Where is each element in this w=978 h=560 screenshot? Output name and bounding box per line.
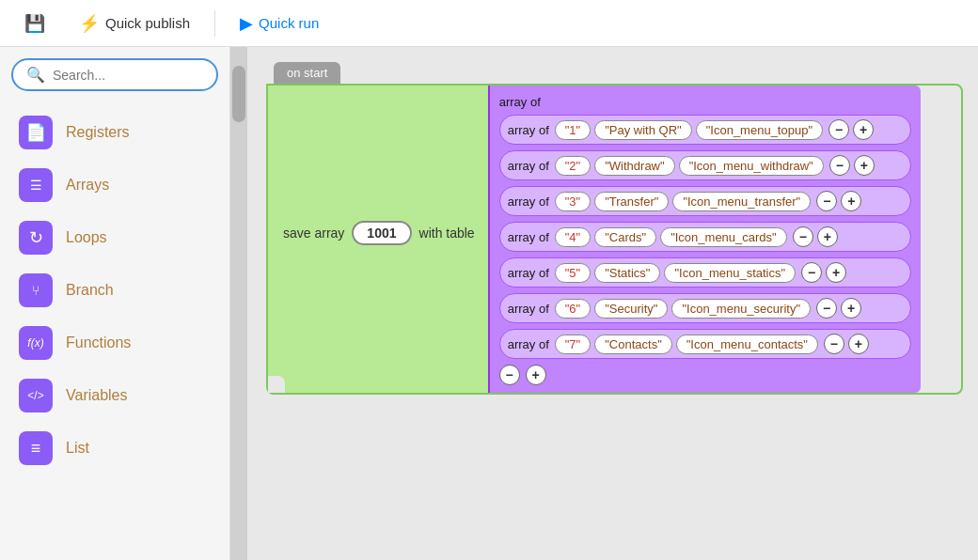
functions-icon: f(x) bbox=[19, 326, 53, 360]
array-row: array of "3" "Transfer" "Icon_menu_trans… bbox=[499, 186, 911, 216]
row-str1-pill[interactable]: "Cards" bbox=[594, 227, 656, 247]
loops-icon: ↻ bbox=[19, 221, 53, 255]
outer-add-button[interactable]: + bbox=[526, 365, 546, 385]
row-num-pill[interactable]: "5" bbox=[555, 263, 591, 283]
row-add-button[interactable]: + bbox=[841, 191, 861, 211]
main-layout: 🔍 📄 Registers ☰ Arrays ↻ Loops ⑂ Branch … bbox=[0, 47, 978, 560]
canvas-content: on start save array 1001 with table arra… bbox=[266, 62, 963, 395]
toolbar-separator bbox=[214, 10, 215, 37]
on-start-tab: on start bbox=[274, 62, 963, 84]
row-num-pill[interactable]: "1" bbox=[555, 120, 591, 140]
sidebar-item-functions[interactable]: f(x) Functions bbox=[0, 317, 229, 369]
quick-run-label: Quick run bbox=[259, 15, 319, 31]
row-label: array of bbox=[508, 123, 549, 137]
array-rows-container: array of "1" "Pay with QR" "Icon_menu_to… bbox=[499, 115, 911, 359]
array-row: array of "1" "Pay with QR" "Icon_menu_to… bbox=[499, 115, 911, 145]
search-box[interactable]: 🔍 bbox=[11, 58, 218, 91]
sidebar-item-list[interactable]: ≡ List bbox=[0, 422, 229, 474]
row-label: array of bbox=[508, 302, 549, 316]
row-str2-pill[interactable]: "Icon_menu_withdraw" bbox=[679, 156, 824, 176]
notch bbox=[268, 376, 285, 393]
row-num-pill[interactable]: "2" bbox=[555, 156, 591, 176]
save-button[interactable]: 💾 bbox=[11, 8, 58, 39]
run-icon: ▶ bbox=[240, 13, 253, 34]
row-add-button[interactable]: + bbox=[817, 226, 838, 247]
row-label: array of bbox=[508, 194, 549, 209]
row-remove-button[interactable]: − bbox=[816, 298, 837, 319]
array-row: array of "6" "Security" "Icon_menu_secur… bbox=[499, 293, 911, 323]
search-input[interactable] bbox=[53, 68, 203, 83]
combined-block: save array 1001 with table array of arra… bbox=[266, 84, 963, 395]
row-str1-pill[interactable]: "Withdraw" bbox=[594, 156, 674, 176]
registers-icon: 📄 bbox=[19, 116, 53, 149]
row-label: array of bbox=[508, 266, 549, 280]
save-icon: 💾 bbox=[24, 13, 45, 34]
canvas[interactable]: on start save array 1001 with table arra… bbox=[230, 47, 978, 560]
scrollbar-track[interactable] bbox=[230, 47, 247, 560]
row-add-button[interactable]: + bbox=[853, 119, 874, 140]
array-of-outer-label: array of bbox=[499, 95, 911, 109]
row-str1-pill[interactable]: "Security" bbox=[594, 299, 668, 319]
green-section: save array 1001 with table bbox=[268, 86, 488, 393]
save-array-text: save array bbox=[283, 226, 344, 241]
array-num-pill[interactable]: 1001 bbox=[352, 221, 411, 245]
sidebar-item-registers[interactable]: 📄 Registers bbox=[0, 106, 229, 159]
row-label: array of bbox=[508, 230, 549, 244]
row-str2-pill[interactable]: "Icon_menu_contacts" bbox=[676, 334, 818, 354]
row-str1-pill[interactable]: "Pay with QR" bbox=[594, 120, 691, 140]
row-str1-pill[interactable]: "Statics" bbox=[594, 263, 660, 283]
array-row: array of "2" "Withdraw" "Icon_menu_withd… bbox=[499, 150, 911, 180]
scrollbar-thumb[interactable] bbox=[232, 66, 245, 122]
row-num-pill[interactable]: "3" bbox=[555, 192, 591, 211]
sidebar-item-loops[interactable]: ↻ Loops bbox=[0, 211, 229, 264]
outer-bottom-controls: − + bbox=[499, 365, 911, 385]
row-remove-button[interactable]: − bbox=[816, 191, 837, 211]
quick-publish-button[interactable]: ⚡ Quick publish bbox=[66, 8, 203, 39]
sidebar-item-variables[interactable]: </> Variables bbox=[0, 369, 229, 422]
array-row: array of "4" "Cards" "Icon_menu_cards" −… bbox=[499, 222, 911, 252]
row-remove-button[interactable]: − bbox=[829, 155, 850, 176]
toolbar: 💾 ⚡ Quick publish ▶ Quick run bbox=[0, 0, 978, 47]
with-table-text: with table bbox=[419, 226, 475, 241]
sidebar-label-variables: Variables bbox=[66, 387, 128, 404]
row-str2-pill[interactable]: "Icon_menu_cards" bbox=[660, 227, 787, 247]
branch-icon: ⑂ bbox=[19, 273, 53, 307]
sidebar-label-functions: Functions bbox=[66, 334, 131, 351]
row-num-pill[interactable]: "7" bbox=[555, 334, 591, 354]
arrays-icon: ☰ bbox=[19, 168, 53, 202]
row-remove-button[interactable]: − bbox=[793, 226, 813, 247]
row-remove-button[interactable]: − bbox=[828, 119, 849, 140]
row-num-pill[interactable]: "4" bbox=[555, 227, 591, 247]
array-row: array of "5" "Statics" "Icon_menu_static… bbox=[499, 257, 911, 288]
row-str1-pill[interactable]: "Transfer" bbox=[594, 192, 669, 211]
row-add-button[interactable]: + bbox=[826, 262, 846, 283]
row-str2-pill[interactable]: "Icon_menu_security" bbox=[671, 299, 811, 319]
search-icon: 🔍 bbox=[26, 66, 45, 84]
quick-run-button[interactable]: ▶ Quick run bbox=[227, 8, 332, 39]
sidebar-label-loops: Loops bbox=[66, 229, 107, 246]
variables-icon: </> bbox=[19, 379, 53, 412]
row-label: array of bbox=[508, 337, 549, 351]
quick-publish-label: Quick publish bbox=[105, 15, 190, 31]
row-label: array of bbox=[508, 159, 549, 173]
sidebar-label-list: List bbox=[66, 440, 89, 457]
list-icon: ≡ bbox=[19, 431, 53, 465]
row-str1-pill[interactable]: "Contacts" bbox=[594, 334, 672, 354]
row-add-button[interactable]: + bbox=[841, 298, 861, 319]
outer-remove-button[interactable]: − bbox=[499, 365, 520, 385]
row-remove-button[interactable]: − bbox=[801, 262, 822, 283]
sidebar-label-registers: Registers bbox=[66, 124, 130, 141]
lightning-icon: ⚡ bbox=[79, 13, 100, 34]
row-add-button[interactable]: + bbox=[848, 334, 869, 354]
row-add-button[interactable]: + bbox=[854, 155, 875, 176]
sidebar-item-branch[interactable]: ⑂ Branch bbox=[0, 264, 229, 317]
row-num-pill[interactable]: "6" bbox=[555, 299, 591, 319]
sidebar-label-arrays: Arrays bbox=[66, 177, 109, 194]
row-remove-button[interactable]: − bbox=[824, 334, 844, 354]
sidebar-item-arrays[interactable]: ☰ Arrays bbox=[0, 159, 229, 211]
row-str2-pill[interactable]: "Icon_menu_statics" bbox=[664, 263, 796, 283]
purple-section: array of array of "1" "Pay with QR" "Ico… bbox=[488, 86, 921, 393]
array-row: array of "7" "Contacts" "Icon_menu_conta… bbox=[499, 329, 911, 359]
row-str2-pill[interactable]: "Icon_menu_transfer" bbox=[672, 192, 811, 211]
row-str2-pill[interactable]: "Icon_menu_topup" bbox=[696, 120, 823, 140]
